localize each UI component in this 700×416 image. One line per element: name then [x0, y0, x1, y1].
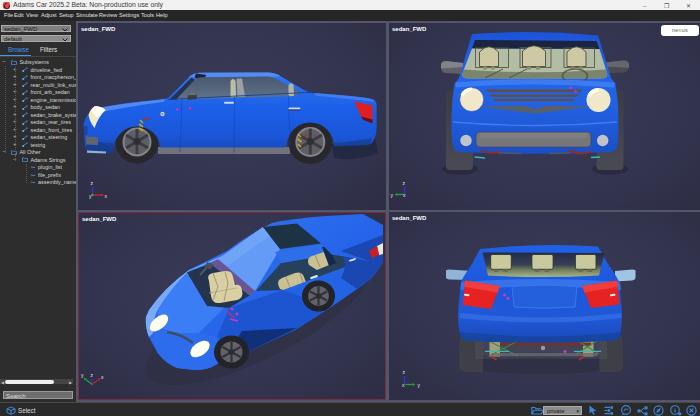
svg-text:x: x: [101, 374, 104, 380]
svg-text:z: z: [91, 179, 94, 185]
svg-text:z: z: [403, 179, 406, 185]
svg-text:z: z: [91, 372, 94, 378]
svg-text:y: y: [81, 372, 84, 378]
svg-text:x: x: [403, 192, 406, 198]
svg-text:x: x: [105, 192, 108, 198]
svg-text:y: y: [391, 192, 394, 198]
svg-text:z: z: [403, 369, 406, 375]
svg-text:y: y: [418, 382, 421, 388]
